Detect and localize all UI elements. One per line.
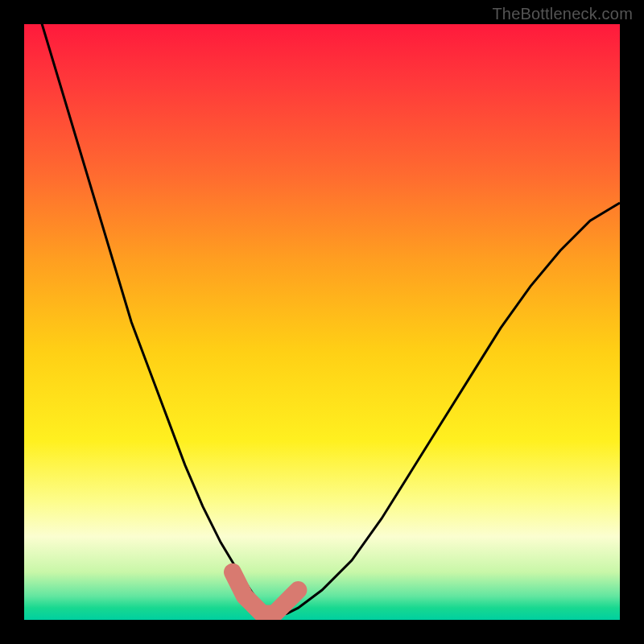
watermark-text: TheBottleneck.com [492,5,633,23]
sweet-spot-band [233,572,298,614]
outer-frame: TheBottleneck.com [0,0,644,644]
plot-area [24,24,620,620]
bottleneck-curve-line [24,24,620,614]
chart-svg [24,24,620,620]
